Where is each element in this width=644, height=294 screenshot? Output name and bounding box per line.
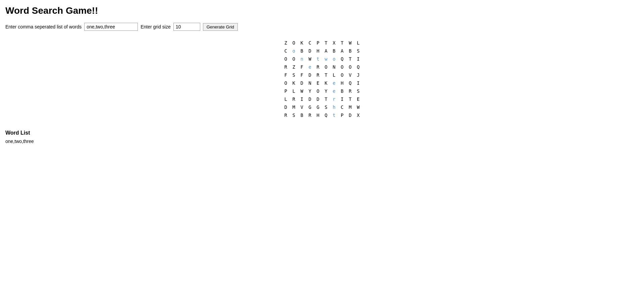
grid-cell[interactable]: W (298, 87, 306, 95)
grid-cell[interactable]: w (322, 55, 330, 63)
grid-cell[interactable]: M (290, 103, 298, 111)
grid-cell[interactable]: B (338, 87, 346, 95)
grid-cell[interactable]: Q (346, 79, 354, 87)
grid-cell[interactable]: C (282, 47, 290, 55)
grid-cell[interactable]: D (298, 79, 306, 87)
grid-cell[interactable]: S (322, 103, 330, 111)
grid-cell[interactable]: T (346, 55, 354, 63)
generate-grid-button[interactable]: Generate Grid (203, 23, 238, 31)
grid-cell[interactable]: J (354, 71, 362, 79)
grid-cell[interactable]: D (282, 103, 290, 111)
grid-cell[interactable]: K (322, 79, 330, 87)
grid-cell[interactable]: Q (322, 111, 330, 119)
grid-cell[interactable]: B (298, 111, 306, 119)
grid-cell[interactable]: o (330, 55, 338, 63)
grid-cell[interactable]: T (346, 95, 354, 103)
grid-cell[interactable]: H (314, 47, 322, 55)
grid-cell[interactable]: D (306, 47, 314, 55)
grid-cell[interactable]: R (290, 95, 298, 103)
grid-cell[interactable]: W (306, 55, 314, 63)
grid-cell[interactable]: H (314, 111, 322, 119)
grid-cell[interactable]: O (282, 55, 290, 63)
grid-cell[interactable]: R (314, 63, 322, 71)
grid-cell[interactable]: F (298, 71, 306, 79)
grid-cell[interactable]: W (354, 103, 362, 111)
grid-cell[interactable]: I (298, 95, 306, 103)
grid-cell[interactable]: F (282, 71, 290, 79)
grid-cell[interactable]: R (306, 111, 314, 119)
grid-size-input[interactable] (173, 23, 200, 31)
grid-cell[interactable]: K (298, 39, 306, 47)
grid-cell[interactable]: O (314, 87, 322, 95)
grid-cell[interactable]: Q (338, 55, 346, 63)
grid-cell[interactable]: G (314, 103, 322, 111)
grid-cell[interactable]: X (354, 111, 362, 119)
grid-cell[interactable]: e (330, 79, 338, 87)
grid-cell[interactable]: D (306, 95, 314, 103)
grid-cell[interactable]: N (330, 63, 338, 71)
grid-cell[interactable]: r (330, 95, 338, 103)
grid-cell[interactable]: C (306, 39, 314, 47)
grid-cell[interactable]: P (338, 111, 346, 119)
grid-cell[interactable]: O (282, 79, 290, 87)
grid-cell[interactable]: O (346, 63, 354, 71)
grid-cell[interactable]: L (290, 87, 298, 95)
grid-cell[interactable]: B (346, 47, 354, 55)
grid-cell[interactable]: O (290, 55, 298, 63)
grid-cell[interactable]: I (354, 55, 362, 63)
grid-cell[interactable]: S (354, 47, 362, 55)
grid-cell[interactable]: t (314, 55, 322, 63)
grid-cell[interactable]: S (354, 87, 362, 95)
grid-cell[interactable]: Y (306, 87, 314, 95)
grid-cell[interactable]: Z (290, 63, 298, 71)
grid-cell[interactable]: M (346, 103, 354, 111)
grid-cell[interactable]: B (330, 47, 338, 55)
grid-cell[interactable]: I (354, 79, 362, 87)
grid-cell[interactable]: L (330, 71, 338, 79)
grid-cell[interactable]: R (282, 111, 290, 119)
grid-cell[interactable]: B (298, 47, 306, 55)
grid-cell[interactable]: L (354, 39, 362, 47)
grid-cell[interactable]: o (290, 47, 298, 55)
grid-cell[interactable]: D (346, 111, 354, 119)
grid-cell[interactable]: O (338, 71, 346, 79)
grid-cell[interactable]: A (338, 47, 346, 55)
grid-cell[interactable]: R (282, 63, 290, 71)
grid-cell[interactable]: e (306, 63, 314, 71)
grid-cell[interactable]: K (290, 79, 298, 87)
grid-cell[interactable]: S (290, 71, 298, 79)
grid-cell[interactable]: T (338, 39, 346, 47)
grid-cell[interactable]: R (314, 71, 322, 79)
grid-cell[interactable]: n (298, 55, 306, 63)
grid-cell[interactable]: Z (282, 39, 290, 47)
grid-cell[interactable]: N (306, 79, 314, 87)
grid-cell[interactable]: R (346, 87, 354, 95)
grid-cell[interactable]: P (282, 87, 290, 95)
grid-cell[interactable]: T (322, 71, 330, 79)
grid-cell[interactable]: O (290, 39, 298, 47)
grid-cell[interactable]: E (354, 95, 362, 103)
grid-cell[interactable]: Y (322, 87, 330, 95)
grid-cell[interactable]: G (306, 103, 314, 111)
grid-cell[interactable]: X (330, 39, 338, 47)
grid-cell[interactable]: A (322, 47, 330, 55)
grid-cell[interactable]: V (346, 71, 354, 79)
grid-cell[interactable]: T (322, 95, 330, 103)
grid-cell[interactable]: V (298, 103, 306, 111)
grid-cell[interactable]: e (330, 87, 338, 95)
grid-cell[interactable]: I (338, 95, 346, 103)
grid-cell[interactable]: S (290, 111, 298, 119)
grid-cell[interactable]: O (338, 63, 346, 71)
grid-cell[interactable]: h (330, 103, 338, 111)
grid-cell[interactable]: E (314, 79, 322, 87)
grid-cell[interactable]: Q (354, 63, 362, 71)
grid-cell[interactable]: D (306, 71, 314, 79)
grid-cell[interactable]: W (346, 39, 354, 47)
grid-cell[interactable]: D (314, 95, 322, 103)
grid-cell[interactable]: t (330, 111, 338, 119)
grid-cell[interactable]: P (314, 39, 322, 47)
grid-cell[interactable]: T (322, 39, 330, 47)
grid-cell[interactable]: O (322, 63, 330, 71)
grid-cell[interactable]: L (282, 95, 290, 103)
grid-cell[interactable]: C (338, 103, 346, 111)
